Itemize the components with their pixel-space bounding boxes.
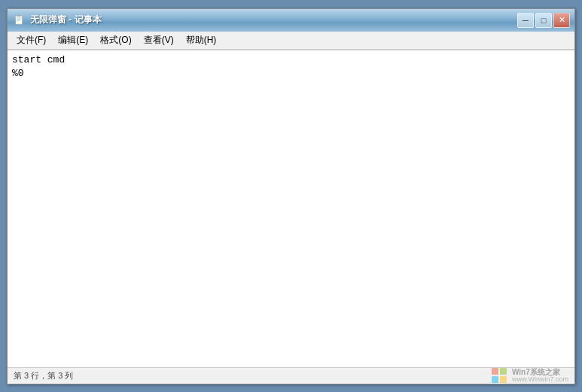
watermark-area: Win7系统之家 www.Winwin7.com — [491, 367, 568, 384]
title-bar: 无限弹窗 - 记事本 ─ □ ✕ — [8, 9, 574, 32]
status-left: 第 3 行，第 3 列 — [14, 370, 73, 381]
svg-rect-1 — [17, 17, 21, 18]
status-bar: 第 3 行，第 3 列 Win7系统之家 www.Winwin7.com — [8, 367, 574, 384]
menu-view[interactable]: 查看(V) — [138, 32, 180, 48]
close-button[interactable]: ✕ — [553, 13, 570, 28]
menu-help[interactable]: 帮助(H) — [180, 32, 223, 48]
editor-textarea[interactable]: start cmd %0 — [8, 50, 574, 367]
status-line-info: 第 3 行，第 3 列 — [14, 370, 73, 381]
svg-rect-4 — [17, 15, 20, 17]
svg-rect-2 — [17, 19, 21, 20]
win7-brand: Win7系统之家 — [512, 368, 568, 376]
svg-rect-8 — [500, 376, 507, 383]
main-window: 无限弹窗 - 记事本 ─ □ ✕ 文件(F) 编辑(E) 格式(O) 查看(V)… — [7, 8, 575, 384]
svg-rect-7 — [492, 376, 498, 383]
svg-rect-0 — [16, 15, 23, 23]
maximize-button[interactable]: □ — [535, 13, 552, 28]
notepad-icon — [14, 14, 26, 26]
svg-rect-6 — [500, 368, 507, 375]
menu-format[interactable]: 格式(O) — [94, 32, 137, 48]
window-title: 无限弹窗 - 记事本 — [30, 14, 102, 26]
svg-rect-3 — [17, 20, 20, 21]
title-bar-controls: ─ □ ✕ — [517, 13, 570, 28]
minimize-button[interactable]: ─ — [517, 13, 534, 28]
editor-container: start cmd %0 — [8, 50, 574, 367]
title-bar-left: 无限弹窗 - 记事本 — [14, 14, 102, 26]
watermark-text-group: Win7系统之家 www.Winwin7.com — [512, 368, 568, 384]
menu-edit[interactable]: 编辑(E) — [52, 32, 94, 48]
menu-file[interactable]: 文件(F) — [11, 32, 52, 48]
svg-rect-5 — [492, 368, 498, 375]
menu-bar: 文件(F) 编辑(E) 格式(O) 查看(V) 帮助(H) — [8, 32, 574, 50]
watermark-site: www.Winwin7.com — [512, 376, 568, 384]
windows-logo-icon — [491, 367, 507, 384]
